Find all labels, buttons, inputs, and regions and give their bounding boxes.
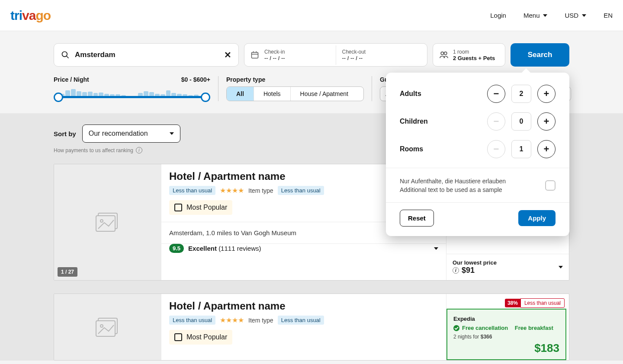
svg-rect-2	[252, 52, 258, 58]
rooms-label: Rooms	[400, 145, 423, 153]
rating-score: 9.5	[169, 244, 184, 253]
discount-note: Less than usual	[520, 298, 565, 308]
guests-count-label: 2 Guests + Pets	[453, 55, 495, 61]
star-rating-icon: ★★★★	[220, 186, 244, 195]
most-popular-toggle[interactable]: Most Popular	[169, 330, 232, 345]
info-icon: i	[136, 147, 142, 153]
hotel-image[interactable]: 1 / 27	[54, 164, 161, 280]
price-max-handle[interactable]	[201, 93, 210, 102]
price-histogram	[60, 88, 204, 96]
best-deal-box[interactable]: Expedia Free cancellation Free breakfast…	[446, 309, 566, 360]
rating-text: Excellent (1111 reviews)	[188, 245, 261, 252]
pets-sublabel: Additional text to be used as a sample	[400, 185, 506, 194]
item-type: Item type	[248, 187, 273, 194]
chevron-down-icon	[170, 132, 174, 135]
nights-label: 2 nights for	[453, 334, 479, 340]
destination-input[interactable]	[75, 51, 219, 59]
guests-popover: Adults − 2 + Children − 0 + Rooms − 1 + …	[386, 73, 569, 236]
apply-button[interactable]: Apply	[518, 210, 556, 226]
children-label: Children	[400, 118, 428, 125]
destination-field[interactable]: ✕	[54, 43, 239, 67]
svg-point-7	[444, 52, 446, 54]
search-bar: ✕ Check-in -- / -- / -- Check-out -- / -…	[54, 31, 569, 67]
item-type: Item type	[248, 317, 273, 324]
trivago-logo[interactable]: trivago	[10, 8, 51, 23]
perk-free-cancellation: Free cancellation	[462, 325, 508, 331]
image-placeholder-icon	[95, 211, 121, 233]
search-button[interactable]: Search	[511, 43, 569, 67]
image-counter: 1 / 27	[58, 267, 77, 277]
check-icon	[453, 325, 459, 331]
rooms-decrement-button: −	[487, 140, 505, 158]
rooms-count: 1	[511, 140, 531, 158]
sort-value: Our recomendation	[89, 130, 148, 137]
ptype-option-all[interactable]: All	[227, 87, 254, 101]
clear-destination-icon[interactable]: ✕	[224, 50, 231, 60]
most-popular-label: Most Popular	[186, 204, 227, 211]
price-trend-chip: Less than usual	[278, 316, 324, 325]
hotel-card: Hotel / Apartment name Less than usual ★…	[54, 294, 569, 361]
language-select[interactable]: EN	[604, 12, 613, 19]
image-placeholder-icon	[95, 316, 121, 338]
children-increment-button[interactable]: +	[537, 112, 556, 131]
rooms-count-label: 1 room	[453, 49, 495, 55]
rooms-increment-button[interactable]: +	[537, 140, 556, 158]
price-trend-chip: Less than usual	[169, 316, 215, 325]
ptype-option-hotels[interactable]: Hotels	[254, 87, 291, 101]
price-trend-chip: Less than usual	[278, 186, 324, 195]
top-nav: trivago Login Menu USD EN	[0, 0, 623, 31]
lowest-price-row[interactable]: Our lowest price i$91	[446, 254, 569, 280]
lowest-price-value: $91	[462, 266, 475, 275]
children-decrement-button: −	[487, 112, 505, 131]
star-rating-icon: ★★★★	[220, 316, 244, 324]
svg-point-6	[441, 52, 443, 54]
children-count: 0	[511, 112, 531, 131]
discount-percent: 38%	[505, 299, 520, 307]
hotel-image[interactable]	[54, 294, 161, 360]
chevron-down-icon[interactable]	[434, 247, 438, 250]
price-filter-label: Price / Night	[54, 76, 89, 83]
sort-by-label: Sort by	[54, 130, 76, 137]
guests-icon	[439, 50, 449, 60]
chevron-down-icon	[582, 14, 586, 17]
date-picker[interactable]: Check-in -- / -- / -- Check-out -- / -- …	[244, 43, 427, 67]
adults-count: 2	[511, 85, 531, 103]
nights-price: $366	[481, 334, 492, 340]
checkbox-icon	[174, 333, 182, 341]
checkout-field[interactable]: Check-out -- / -- / --	[336, 45, 427, 65]
reset-button[interactable]: Reset	[400, 210, 434, 227]
price-min-handle[interactable]	[54, 93, 63, 102]
most-popular-label: Most Popular	[186, 333, 227, 341]
search-icon	[61, 51, 70, 59]
chevron-down-icon	[543, 14, 547, 17]
partner-name: Expedia	[453, 316, 559, 322]
checkin-field[interactable]: Check-in -- / -- / --	[244, 45, 336, 65]
adults-label: Adults	[400, 90, 421, 98]
most-popular-toggle[interactable]: Most Popular	[169, 200, 232, 215]
login-link[interactable]: Login	[490, 12, 506, 19]
info-icon: i	[453, 267, 459, 274]
property-type-segmented: All Hotels House / Apatment	[226, 86, 364, 101]
checkin-value: -- / -- / --	[264, 55, 285, 61]
guests-selector[interactable]: 1 room 2 Guests + Pets	[433, 43, 505, 67]
price-range-value: $0 - $600+	[181, 76, 210, 83]
checkin-label: Check-in	[264, 49, 285, 55]
svg-point-0	[62, 52, 67, 57]
adults-increment-button[interactable]: +	[537, 85, 556, 103]
chevron-down-icon	[559, 266, 563, 268]
price-slider[interactable]	[54, 86, 210, 100]
adults-decrement-button[interactable]: −	[487, 85, 505, 103]
price-trend-chip: Less than usual	[169, 186, 215, 195]
checkout-value: -- / -- / --	[342, 55, 366, 61]
checkout-label: Check-out	[342, 49, 366, 55]
discount-tag: 38% Less than usual	[505, 298, 565, 308]
checkbox-icon	[174, 204, 182, 211]
pets-label: Nur Aufenthalte, die Haustiere erlauben	[400, 177, 506, 185]
calendar-icon	[250, 51, 259, 59]
menu-dropdown[interactable]: Menu	[523, 12, 548, 19]
currency-dropdown[interactable]: USD	[565, 12, 586, 19]
pets-checkbox[interactable]	[545, 180, 556, 191]
ptype-option-house[interactable]: House / Apatment	[291, 87, 358, 101]
sort-dropdown[interactable]: Our recomendation	[82, 125, 180, 143]
hotel-name[interactable]: Hotel / Apartment name	[169, 300, 438, 312]
